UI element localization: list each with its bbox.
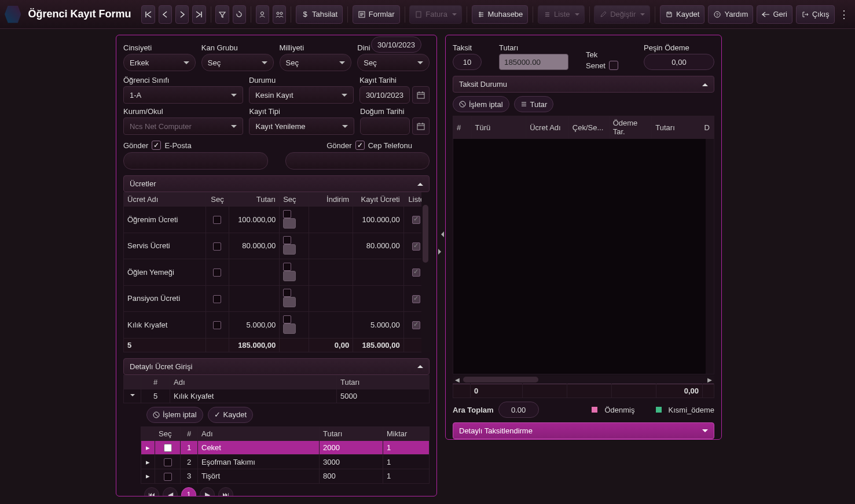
- chevron-down-icon: [262, 61, 267, 67]
- eposta-input[interactable]: [123, 152, 268, 170]
- degistir-button[interactable]: Değiştir: [594, 5, 650, 24]
- pager-first[interactable]: ⏮: [144, 487, 159, 496]
- link-button[interactable]: [283, 297, 296, 307]
- row-checkbox[interactable]: [283, 289, 291, 297]
- sinif-select[interactable]: 1-A: [123, 86, 243, 104]
- horizontal-scrollbar[interactable]: ◄►: [453, 376, 714, 384]
- islem-iptal-button[interactable]: İşlem iptal: [146, 407, 203, 423]
- senet-checkbox[interactable]: [609, 61, 618, 70]
- link-button[interactable]: [283, 244, 296, 255]
- splitter-handle[interactable]: [438, 231, 445, 255]
- calendar-button[interactable]: [412, 86, 430, 104]
- liste-checkbox[interactable]: [412, 216, 420, 224]
- sub-row[interactable]: ▸1Ceket20001: [141, 440, 430, 455]
- liste-button[interactable]: Liste: [538, 5, 584, 24]
- col-sec: Seç: [206, 193, 229, 207]
- calendar-button[interactable]: [412, 117, 430, 135]
- ucretler-accordion[interactable]: Ücretler: [123, 175, 430, 192]
- durum-select[interactable]: Kesin Kayıt: [249, 86, 354, 104]
- geri-button[interactable]: Geri: [757, 5, 792, 24]
- islem-iptal-button[interactable]: İşlem iptal: [453, 96, 509, 112]
- cep-checkbox[interactable]: [355, 141, 365, 150]
- row-checkbox[interactable]: [213, 268, 221, 277]
- liste-checkbox[interactable]: [412, 321, 420, 329]
- kangrubu-select[interactable]: Seç: [201, 54, 274, 71]
- taksit-input[interactable]: 10: [453, 54, 482, 70]
- pager-last[interactable]: ⏭: [218, 487, 233, 496]
- link-button[interactable]: [283, 271, 296, 281]
- link-button[interactable]: [283, 323, 296, 334]
- nav-first-button[interactable]: [141, 5, 155, 24]
- vertical-scrollbar[interactable]: [421, 192, 430, 352]
- kaydet-button[interactable]: Kaydet: [660, 5, 704, 24]
- table-row[interactable]: Servis Ücreti80.000,00 80.000,00: [124, 233, 430, 259]
- tutar-input[interactable]: [499, 54, 568, 70]
- nav-prev-button[interactable]: [159, 5, 172, 24]
- tutar-button[interactable]: Tutar: [514, 96, 554, 112]
- detayli-accordion[interactable]: Detaylı Ücret Girişi: [123, 358, 430, 375]
- row-checkbox[interactable]: [213, 216, 221, 224]
- dogum-input[interactable]: [360, 117, 410, 135]
- row-checkbox[interactable]: [164, 444, 172, 452]
- liste-checkbox[interactable]: [412, 242, 420, 251]
- user-button[interactable]: [256, 5, 269, 24]
- table-row[interactable]: Öğrenim Ücreti100.000,00 100.000,00: [124, 207, 430, 233]
- row-checkbox[interactable]: [283, 263, 291, 271]
- svg-rect-7: [417, 93, 424, 98]
- filter-button[interactable]: [215, 5, 229, 24]
- detayli-taksit-accordion[interactable]: Detaylı Taksitlendirme: [453, 422, 714, 439]
- col-tutar: Tutarı: [229, 193, 280, 207]
- row-checkbox[interactable]: [283, 315, 291, 323]
- kurum-select[interactable]: Ncs Net Computer: [123, 117, 243, 135]
- table-row[interactable]: Pansiyon Ücreti: [124, 285, 430, 312]
- row-checkbox[interactable]: [213, 295, 221, 303]
- menu-more-button[interactable]: ⋮: [838, 8, 850, 21]
- eposta-checkbox[interactable]: [152, 141, 161, 150]
- row-checkbox[interactable]: [213, 242, 221, 251]
- separator: [251, 6, 251, 23]
- cinsiyet-select[interactable]: Erkek: [123, 54, 196, 71]
- liste-checkbox[interactable]: [412, 268, 420, 277]
- nav-last-button[interactable]: [192, 5, 206, 24]
- liste-checkbox[interactable]: [412, 295, 420, 303]
- fatura-button[interactable]: Fatura: [409, 5, 462, 24]
- milliyet-select[interactable]: Seç: [280, 54, 352, 71]
- collapse-row-icon[interactable]: [130, 394, 135, 399]
- vertical-scrollbar[interactable]: [706, 139, 714, 374]
- table-row[interactable]: Kılık Kıyafet5.000,00 5.000,00: [124, 312, 430, 339]
- parent-row[interactable]: 5Kılık Kıyafet5000: [124, 389, 430, 403]
- invoice-icon: [414, 10, 423, 19]
- users-button[interactable]: [273, 5, 286, 24]
- tahsilat-button[interactable]: $Tahsilat: [296, 5, 343, 24]
- nav-next-button[interactable]: [175, 5, 189, 24]
- pager-next[interactable]: ▶: [200, 487, 215, 496]
- row-checkbox[interactable]: [164, 473, 172, 481]
- row-checkbox[interactable]: [283, 236, 291, 244]
- edit-icon: [599, 10, 607, 19]
- formlar-button[interactable]: Formlar: [353, 5, 400, 24]
- row-checkbox[interactable]: [283, 210, 291, 218]
- sub-row[interactable]: ▸2Eşofman Takımı30001: [141, 455, 430, 469]
- link-button[interactable]: [283, 218, 296, 229]
- pesin-input[interactable]: 0,00: [644, 54, 714, 70]
- table-row[interactable]: Öğlen Yemeği: [124, 259, 430, 286]
- muhasebe-button[interactable]: Muhasebe: [472, 5, 529, 24]
- taksit-footer: 00,00: [453, 384, 714, 398]
- kayittipi-select[interactable]: Kayıt Yenileme: [249, 117, 354, 135]
- kaydet-inner-button[interactable]: ✓Kaydet: [208, 407, 253, 423]
- last-icon: [195, 10, 203, 19]
- kayit-tarihi-input[interactable]: 30/10/2023: [359, 86, 410, 104]
- cikis-button[interactable]: Çıkış: [796, 5, 835, 24]
- pager-page[interactable]: 1: [181, 487, 196, 496]
- taksit-grid-body[interactable]: [453, 139, 714, 374]
- pager-prev[interactable]: ◀: [163, 487, 178, 496]
- refresh-button[interactable]: [233, 5, 246, 24]
- sub-row[interactable]: ▸3Tişört8001: [141, 469, 430, 483]
- taksit-durumu-accordion[interactable]: Taksit Durumu: [453, 76, 714, 93]
- dini-select[interactable]: Seç: [357, 54, 430, 71]
- calendar-icon: [417, 91, 425, 99]
- yardim-button[interactable]: ?Yardım: [708, 5, 753, 24]
- row-checkbox[interactable]: [164, 458, 172, 466]
- row-checkbox[interactable]: [213, 321, 221, 329]
- cep-input[interactable]: [285, 152, 430, 170]
